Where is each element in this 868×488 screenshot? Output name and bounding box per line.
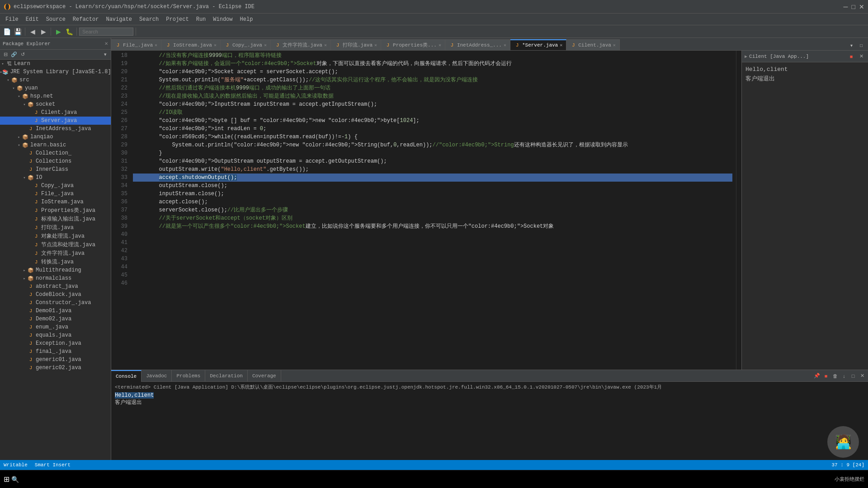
tree-item-33[interactable]: Jequals.java — [0, 331, 111, 339]
tree-item-32[interactable]: Jenum_.java — [0, 323, 111, 331]
tab-problems[interactable]: Problems — [172, 370, 205, 382]
tree-item-19[interactable]: J标准输入输出流.java — [0, 215, 111, 223]
tab-close-icon[interactable]: ✕ — [264, 42, 267, 48]
tab-inetaddr-java[interactable]: J InetAddress_... ✕ — [445, 39, 510, 50]
menu-source[interactable]: Source — [42, 15, 69, 23]
tab-close-icon[interactable]: ✕ — [214, 42, 217, 48]
menu-search[interactable]: Search — [136, 15, 162, 23]
tree-item-11[interactable]: JCollection_ — [0, 149, 111, 157]
tab-server-java[interactable]: J *Server.java ✕ — [510, 39, 566, 50]
toolbar-fwd-btn[interactable]: ▶ — [38, 27, 48, 37]
tree-item-3[interactable]: ▾📦yuan — [0, 84, 111, 92]
search-input[interactable] — [79, 28, 133, 36]
rp-close-btn[interactable]: ✕ — [857, 52, 865, 61]
editor-tabs-overflow-btn[interactable]: ▾ — [846, 40, 856, 50]
menu-refactor[interactable]: Refactor — [69, 15, 103, 23]
tree-item-29[interactable]: JConstructor_.java — [0, 299, 111, 307]
tab-print-java[interactable]: J 打印流.java ✕ — [331, 39, 381, 50]
minimize-button[interactable]: ─ — [844, 3, 848, 10]
tree-toggle-icon[interactable]: ▾ — [22, 102, 27, 107]
tree-item-15[interactable]: JCopy_.java — [0, 182, 111, 190]
tab-copy-java[interactable]: J Copy_.java ✕ — [221, 39, 271, 50]
toolbar-save-btn[interactable]: 💾 — [13, 27, 23, 37]
tab-close-icon[interactable]: ✕ — [560, 42, 562, 48]
tree-item-23[interactable]: J文件字符流.java — [0, 249, 111, 258]
tree-item-2[interactable]: ▾📦src — [0, 76, 111, 84]
taskbar-search-btn[interactable]: 🔍 — [11, 476, 19, 483]
code-scrollbar[interactable] — [736, 51, 741, 370]
menu-project[interactable]: Project — [162, 15, 192, 23]
menu-help[interactable]: Help — [236, 15, 257, 23]
close-button[interactable]: ✕ — [859, 3, 864, 10]
tree-item-8[interactable]: JInetAddress_.java — [0, 125, 111, 133]
taskbar-start-btn[interactable]: ⊞ — [4, 475, 9, 483]
toolbar-run-btn[interactable]: ▶ — [53, 27, 63, 37]
tree-item-13[interactable]: JInnerClass — [0, 165, 111, 174]
tree-item-10[interactable]: ▾📦learn.basic — [0, 141, 111, 149]
tree-item-14[interactable]: ▾📦IO — [0, 174, 111, 182]
tree-item-9[interactable]: ▸📦lanqiao — [0, 133, 111, 141]
pe-collapse-btn[interactable]: ⊟ — [1, 51, 9, 59]
pe-close-btn[interactable]: ✕ — [104, 41, 108, 46]
tree-item-34[interactable]: JException.java — [0, 339, 111, 347]
toolbar-back-btn[interactable]: ◀ — [28, 27, 38, 37]
tree-item-5[interactable]: ▾📦socket — [0, 100, 111, 108]
menu-navigate[interactable]: Navigate — [102, 15, 136, 23]
console-max-btn[interactable]: □ — [849, 372, 857, 380]
tree-item-28[interactable]: JCodeBlock.java — [0, 291, 111, 299]
tab-cilent-java[interactable]: J Cilent.java ✕ — [566, 39, 620, 50]
tree-item-24[interactable]: J转换流.java — [0, 258, 111, 266]
tree-toggle-icon[interactable]: ▸ — [22, 276, 27, 281]
tree-item-17[interactable]: JIoStream.java — [0, 198, 111, 206]
tree-item-0[interactable]: ▾🏗Learn — [0, 60, 111, 68]
tree-item-12[interactable]: JCollections — [0, 157, 111, 165]
tree-item-25[interactable]: ▸📦Multithreading — [0, 266, 111, 274]
tree-item-26[interactable]: ▸📦normalclass — [0, 274, 111, 282]
code-editor[interactable]: 1819202122232425262728293031323334353637… — [111, 51, 741, 370]
editor-tabs-max-btn[interactable]: □ — [856, 40, 866, 50]
tab-file-java[interactable]: J File_.java ✕ — [111, 39, 161, 50]
tree-toggle-icon[interactable]: ▾ — [11, 86, 16, 91]
tree-toggle-icon[interactable]: ▾ — [5, 78, 11, 83]
pe-sync-btn[interactable]: ↺ — [19, 51, 27, 59]
tree-item-31[interactable]: JDemo02.java — [0, 315, 111, 323]
tab-javadoc[interactable]: Javadoc — [142, 370, 172, 382]
tree-toggle-icon[interactable]: ▸ — [22, 268, 27, 273]
tree-item-30[interactable]: JDemo01.java — [0, 307, 111, 315]
toolbar-new-btn[interactable]: 📄 — [2, 27, 12, 37]
tab-declaration[interactable]: Declaration — [205, 370, 248, 382]
console-scroll-btn[interactable]: ↓ — [840, 372, 848, 380]
tree-toggle-icon[interactable]: ▾ — [0, 61, 5, 66]
pe-menu-btn[interactable]: ▾ — [101, 51, 109, 59]
tree-item-16[interactable]: JFile_.java — [0, 190, 111, 198]
menu-file[interactable]: File — [2, 15, 22, 23]
tab-close-icon[interactable]: ✕ — [155, 42, 157, 48]
toolbar-debug-btn[interactable]: 🐛 — [64, 27, 74, 37]
tab-props-java[interactable]: J Properties类... ✕ — [381, 39, 445, 50]
tree-toggle-icon[interactable]: ▾ — [22, 175, 27, 180]
tab-charstream-java[interactable]: J 文件字符流.java ✕ — [271, 39, 331, 50]
tree-item-37[interactable]: Jgeneric02.java — [0, 364, 111, 372]
tree-item-27[interactable]: Jabstract_java — [0, 282, 111, 291]
menu-edit[interactable]: Edit — [22, 15, 42, 23]
tree-item-7[interactable]: JServer.java — [0, 117, 111, 125]
code-content[interactable]: //当没有客户端连接9999端口，程序阻塞等待链接 //如果有客户端链接，会返回… — [129, 51, 736, 370]
tree-item-20[interactable]: J打印流.java — [0, 223, 111, 232]
tab-coverage[interactable]: Coverage — [248, 370, 281, 382]
tree-item-22[interactable]: J节点流和处理流.java — [0, 240, 111, 249]
tree-toggle-icon[interactable]: ▾ — [16, 143, 22, 148]
console-clear-btn[interactable]: 🗑 — [831, 372, 839, 380]
tree-toggle-icon[interactable]: ▸ — [16, 135, 22, 140]
tab-iostream-java[interactable]: J IoStream.java ✕ — [161, 39, 221, 50]
tree-item-18[interactable]: JProperties类.java — [0, 206, 111, 215]
tab-close-icon[interactable]: ✕ — [439, 42, 441, 48]
console-close-btn[interactable]: ✕ — [858, 372, 866, 380]
tree-item-6[interactable]: JCilent.java — [0, 108, 111, 117]
tree-item-1[interactable]: ▸📚JRE System Library [JavaSE-1.8] — [0, 68, 111, 76]
tree-item-4[interactable]: ▾📦hsp.net — [0, 92, 111, 100]
console-terminate-btn[interactable]: ■ — [822, 372, 830, 380]
tree-item-35[interactable]: Jfinal_.java — [0, 347, 111, 356]
tree-item-21[interactable]: J对象处理流.java — [0, 232, 111, 240]
pe-link-btn[interactable]: 🔗 — [10, 51, 18, 59]
tab-close-icon[interactable]: ✕ — [613, 42, 616, 48]
